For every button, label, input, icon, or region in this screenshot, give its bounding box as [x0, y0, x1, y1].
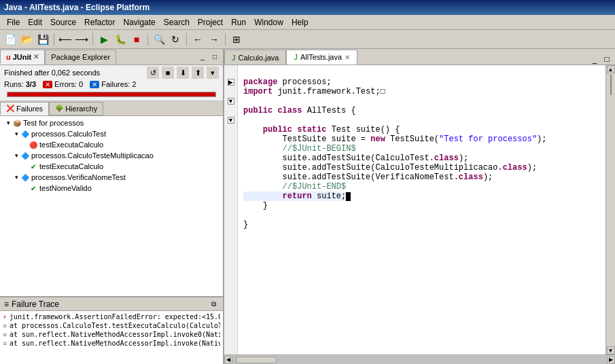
scroll-thumb[interactable] — [610, 75, 612, 95]
hscroll-right[interactable]: ▶ — [607, 356, 615, 364]
label-verificanome: processos.VerificaNomeTest — [31, 173, 126, 181]
expand-calculotest[interactable]: ▾ — [12, 130, 20, 138]
menu-navigate[interactable]: Navigate — [119, 16, 159, 29]
failures-icon: ✕ — [90, 81, 99, 88]
code-line-6: public static Test suite() { — [243, 125, 400, 134]
code-line-14: } — [243, 201, 268, 211]
menu-window[interactable]: Window — [250, 16, 287, 29]
toolbar-fwd[interactable]: ⟶ — [74, 32, 89, 47]
trace-line-0: ⚡ junit.framework.AssertionFailedError: … — [3, 312, 220, 321]
junit-stop[interactable]: ■ — [162, 67, 174, 79]
toolbar-open[interactable]: 📂 — [19, 32, 34, 47]
toolbar-search[interactable]: 🔍 — [152, 32, 166, 47]
junit-menu[interactable]: ▾ — [207, 67, 219, 79]
menu-project[interactable]: Project — [194, 16, 227, 29]
expand-calculomult[interactable]: ▾ — [12, 151, 20, 160]
toolbar-maximize[interactable]: ⊞ — [229, 32, 244, 47]
junit-rerun[interactable]: ↺ — [147, 67, 159, 79]
code-line-9: suite.addTestSuite(CalculoTest.class); — [243, 153, 468, 163]
menu-search[interactable]: Search — [160, 16, 194, 29]
label-testnome: testNomeValido — [39, 184, 92, 192]
left-panel-minimize[interactable]: _ — [197, 52, 208, 62]
fold-class[interactable]: ▼ — [228, 98, 234, 105]
junit-next-failure[interactable]: ⬇ — [177, 67, 189, 79]
junit-status-row: Runs: 3/3 ✕ Errors: 0 ✕ Failures: 2 — [4, 79, 219, 90]
no-expand-3 — [20, 184, 29, 192]
tab-calculo[interactable]: J Calculo.java — [224, 50, 286, 65]
right-scrollbar: ▲ ▼ — [605, 65, 615, 354]
junit-tab-close[interactable]: ✕ — [33, 53, 39, 60]
code-line-1: package processos; — [243, 77, 332, 87]
bottom-scrollbar: ◀ ▶ — [224, 354, 615, 364]
right-panel-controls: _ □ — [589, 54, 615, 65]
tab-package-explorer[interactable]: Package Explorer — [45, 50, 116, 65]
tree-item-calculomult[interactable]: ▾ 🔷 processos.CalculoTesteMultiplicacao — [1, 150, 222, 161]
label-testexecuta1: testExecutaCalculo — [39, 141, 103, 149]
menu-run[interactable]: Run — [227, 16, 250, 29]
progress-bar — [7, 92, 216, 97]
left-panel: u JUnit ✕ Package Explorer _ □ Finished … — [0, 49, 224, 364]
alltests-tab-label: AllTests.java — [300, 53, 342, 61]
tree-item-root[interactable]: ▾ 📦 Test for processos — [1, 117, 222, 128]
toolbar-debug[interactable]: 🐛 — [113, 32, 128, 47]
errors-icon: ✕ — [43, 81, 52, 88]
code-content: package processos; import junit.framewor… — [238, 68, 605, 352]
toolbar-save[interactable]: 💾 — [35, 32, 50, 47]
hscroll-left[interactable]: ◀ — [224, 356, 232, 364]
menu-source[interactable]: Source — [46, 16, 80, 29]
trace-icon-0: ⚡ — [3, 313, 7, 321]
right-minimize[interactable]: _ — [589, 54, 600, 65]
junit-tab-failures[interactable]: ❌ Failures — [0, 102, 49, 115]
toolbar-refresh[interactable]: ↻ — [168, 32, 183, 47]
gutter-fold-class[interactable]: ▼ — [224, 96, 237, 106]
junit-inner-tabs: ❌ Failures 🌳 Hierarchy — [0, 101, 223, 116]
menu-refactor[interactable]: Refactor — [80, 16, 119, 29]
left-panel-controls: _ □ — [197, 52, 223, 62]
gutter-fold-1[interactable]: ▶ — [224, 77, 237, 87]
code-editor[interactable]: package processos; import junit.framewor… — [238, 65, 605, 354]
scroll-down[interactable]: ▼ — [607, 346, 615, 354]
junit-section: Finished after 0,062 seconds ↺ ■ ⬇ ⬆ ▾ R… — [0, 65, 223, 101]
test-tree[interactable]: ▾ 📦 Test for processos ▾ 🔷 processos.Cal… — [0, 116, 223, 296]
junit-tab-label: JUnit — [13, 53, 32, 61]
tree-item-testexecuta1[interactable]: 🔴 testExecutaCalculo — [1, 139, 222, 150]
failures-label: Failures: — [101, 80, 130, 88]
tree-item-testnome[interactable]: ✔ testNomeValido — [1, 183, 222, 194]
left-tabs: u JUnit ✕ Package Explorer _ □ — [0, 49, 223, 65]
expand-root[interactable]: ▾ — [4, 119, 12, 127]
menu-help[interactable]: Help — [287, 16, 313, 29]
hscroll-track[interactable] — [232, 356, 607, 364]
junit-tab-hierarchy[interactable]: 🌳 Hierarchy — [49, 102, 103, 115]
toolbar-stop[interactable]: ■ — [129, 32, 144, 47]
code-line-12: //$JUnit-END$ — [243, 182, 346, 192]
right-maximize[interactable]: □ — [601, 54, 612, 65]
icon-root: 📦 — [12, 118, 22, 128]
tab-alltests[interactable]: J AllTests.java ✕ — [286, 50, 357, 65]
menu-edit[interactable]: Edit — [24, 16, 46, 29]
tree-item-testexecuta2[interactable]: ✔ testExecutaCalculo — [1, 161, 222, 172]
toolbar-new[interactable]: 📄 — [3, 32, 18, 47]
tree-item-verificanome[interactable]: ▾ 🔷 processos.VerificaNomeTest — [1, 172, 222, 183]
expand-verificanome[interactable]: ▾ — [12, 173, 20, 181]
toolbar-back[interactable]: ⟵ — [58, 32, 73, 47]
gutter-fold-method[interactable]: ▼ — [224, 115, 237, 125]
hscroll-thumb[interactable] — [236, 357, 277, 363]
trace-line-2: ≡ at sun.reflect.NativeMethodAccessorImp… — [3, 330, 220, 339]
trace-copy[interactable]: ⧉ — [208, 299, 219, 310]
scroll-up[interactable]: ▲ — [607, 65, 615, 73]
errors-value: 0 — [79, 80, 83, 88]
tab-junit[interactable]: u JUnit ✕ — [0, 50, 45, 65]
main-layout: u JUnit ✕ Package Explorer _ □ Finished … — [0, 49, 615, 364]
left-panel-maximize[interactable]: □ — [209, 52, 220, 62]
tree-item-calculotest[interactable]: ▾ 🔷 processos.CalculoTest — [1, 128, 222, 139]
trace-text-2: at sun.reflect.NativeMethodAccessorImpl.… — [10, 331, 220, 338]
toolbar-prev-edit[interactable]: ← — [190, 32, 205, 47]
fold-import[interactable]: ▶ — [228, 79, 234, 86]
scroll-track[interactable] — [609, 73, 613, 346]
menu-file[interactable]: File — [3, 16, 24, 29]
toolbar-next-edit[interactable]: → — [207, 32, 222, 47]
junit-prev-failure[interactable]: ⬆ — [192, 67, 204, 79]
alltests-tab-close[interactable]: ✕ — [345, 54, 350, 61]
fold-method[interactable]: ▼ — [228, 117, 234, 124]
toolbar-run[interactable]: ▶ — [96, 32, 111, 47]
